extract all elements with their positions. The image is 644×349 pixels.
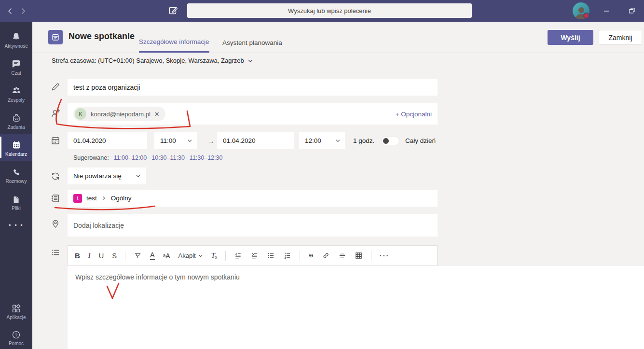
all-day-toggle[interactable] (381, 137, 399, 145)
svg-text:?: ? (15, 332, 17, 337)
description-editor[interactable]: Wpisz szczegółowe informacje o tym nowym… (68, 266, 644, 349)
sidebar-item-apps[interactable]: Aplikacje (0, 297, 32, 324)
sidebar-item-help[interactable]: ? Pomoc (0, 324, 32, 349)
repeat-icon (51, 171, 60, 183)
sidebar-item-chat[interactable]: Czat (0, 53, 32, 80)
chevron-down-icon (247, 58, 253, 64)
suggested-times: Sugerowane: 11:00–12:00 10:30–11:30 11:3… (73, 154, 222, 161)
toolbar-divider (300, 251, 300, 261)
suggested-label: Sugerowane: (73, 154, 109, 161)
back-arrow-icon[interactable] (5, 6, 15, 16)
meeting-calendar-icon (48, 30, 63, 44)
paragraph-label: Akapit (178, 252, 196, 259)
sidebar-item-label: Aplikacje (6, 315, 26, 320)
strikethrough-button[interactable]: S (112, 252, 117, 260)
meeting-title-input[interactable] (68, 79, 438, 96)
paragraph-style-dropdown[interactable]: Akapit (178, 252, 203, 259)
tab-scheduling-assistant[interactable]: Asystent planowania (222, 32, 282, 53)
start-time-select[interactable]: 11:00 (154, 132, 197, 149)
minimize-button[interactable] (600, 5, 613, 16)
italic-button[interactable]: I (88, 251, 91, 260)
sidebar-item-label: Rozmowy (6, 179, 27, 184)
sidebar-item-label: Czat (11, 70, 21, 76)
duration-label: 1 godz. (353, 132, 374, 149)
meeting-form: Nowe spotkanie Szczegółowe informacje As… (32, 22, 644, 349)
clear-format-button[interactable]: Tx (211, 252, 218, 260)
status-busy-badge (583, 13, 589, 19)
bell-icon (11, 30, 22, 42)
sidebar-item-teams[interactable]: Zespoły (0, 80, 32, 107)
location-input[interactable] (68, 214, 438, 237)
agenda-list-icon (51, 248, 60, 259)
sidebar-item-label: Zespoły (8, 98, 25, 103)
sidebar-item-activity[interactable]: Aktywność (0, 26, 32, 53)
sidebar-item-tasks[interactable]: Zadania (0, 107, 32, 134)
insert-table-icon[interactable] (355, 251, 363, 260)
tab-details[interactable]: Szczegółowe informacje (139, 32, 209, 53)
title-bar (0, 0, 644, 22)
sidebar-item-files[interactable]: Pliki (0, 188, 32, 215)
chevron-down-icon (198, 253, 203, 258)
arrow-right-icon: → (205, 132, 217, 149)
horizontal-rule-icon[interactable] (338, 251, 346, 260)
sidebar-item-label: Zadania (7, 125, 25, 130)
link-icon[interactable] (322, 251, 330, 260)
font-size-button[interactable]: aA (163, 252, 170, 260)
font-color-button[interactable]: A (150, 251, 155, 260)
phone-icon (11, 165, 21, 178)
suggested-time-link[interactable]: 10:30–11:30 (151, 154, 185, 161)
start-date-input[interactable]: 01.04.2020 (68, 132, 147, 149)
indent-icon[interactable] (250, 251, 259, 260)
sidebar-item-calendar[interactable]: Kalendarz (0, 134, 32, 161)
attendees-field[interactable]: K konrad@niepodam.pl ✕ + Opcjonalni (68, 103, 438, 125)
repeat-select[interactable]: Nie powtarza się (68, 168, 146, 184)
attendee-chip[interactable]: K konrad@niepodam.pl ✕ (73, 107, 165, 121)
end-time-value: 12:00 (305, 137, 321, 144)
more-apps-icon[interactable]: • • • (0, 215, 32, 235)
file-icon (12, 192, 21, 205)
sidebar-item-label: Pliki (12, 206, 20, 211)
chevron-right-icon (101, 195, 107, 201)
apps-grid-icon (11, 301, 22, 314)
suggested-time-link[interactable]: 11:30–12:30 (190, 154, 223, 161)
people-icon (11, 84, 22, 97)
start-time-value: 11:00 (160, 137, 176, 144)
calendar-icon (11, 138, 22, 151)
channel-field[interactable]: t test Ogólny (68, 190, 438, 207)
underline-button[interactable]: U (99, 252, 104, 260)
toggle-knob (383, 138, 389, 144)
search-input[interactable] (187, 3, 472, 18)
restore-window-button[interactable] (626, 5, 638, 16)
send-button[interactable]: Wyślij (548, 30, 593, 45)
toolbar-divider (371, 251, 371, 261)
add-optional-attendees-link[interactable]: + Opcjonalni (396, 111, 432, 118)
close-button[interactable]: Zamknij (599, 30, 642, 45)
numbered-list-icon[interactable] (283, 251, 291, 260)
quote-button[interactable]: ” (308, 255, 314, 260)
new-chat-icon[interactable] (168, 5, 178, 16)
bold-button[interactable]: B (75, 251, 80, 260)
highlighter-icon[interactable] (134, 251, 142, 260)
remove-attendee-icon[interactable]: ✕ (153, 111, 165, 118)
clear-format-x: x (215, 255, 218, 260)
location-pin-icon (51, 219, 60, 231)
all-day-label: Cały dzień (405, 132, 436, 149)
end-date-input[interactable]: 01.04.2020 (217, 132, 294, 149)
more-options-button[interactable]: ··· (380, 252, 390, 260)
page-title: Nowe spotkanie (69, 31, 135, 42)
outdent-icon[interactable] (234, 251, 242, 260)
attendee-email: konrad@niepodam.pl (88, 111, 153, 118)
chevron-down-icon (335, 138, 341, 143)
repeat-value: Nie powtarza się (73, 172, 122, 180)
chevron-down-icon (187, 138, 192, 143)
end-time-select[interactable]: 12:00 (299, 132, 345, 149)
editor-toolbar: B I U S A aA Akapit Tx ” ··· (68, 245, 438, 266)
timezone-selector[interactable]: Strefa czasowa: (UTC+01:00) Sarajewo, Sk… (52, 57, 253, 64)
forward-arrow-icon[interactable] (18, 6, 28, 16)
suggested-time-link[interactable]: 11:00–12:00 (114, 154, 147, 161)
bullet-list-icon[interactable] (267, 251, 275, 260)
chevron-down-icon (136, 173, 141, 179)
pencil-icon (51, 82, 60, 94)
sidebar-item-calls[interactable]: Rozmowy (0, 161, 32, 188)
team-avatar: t (73, 194, 82, 203)
